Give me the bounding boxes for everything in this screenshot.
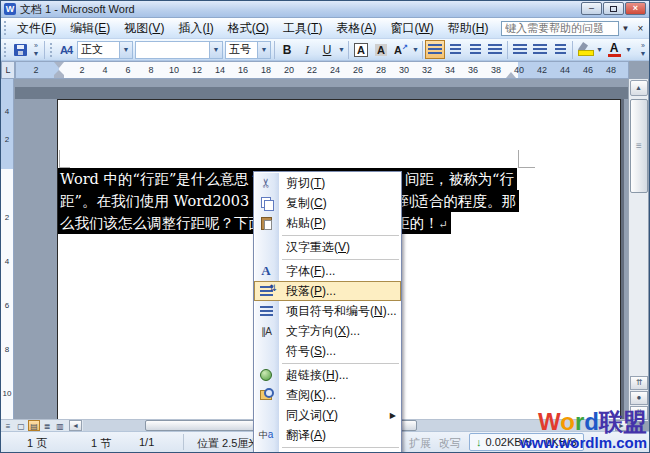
watermark: Word联盟 www.wordlm.com	[520, 410, 647, 450]
reading-layout-view-button[interactable]: ▥	[54, 420, 66, 431]
styles-and-formatting-button[interactable]: A4	[56, 40, 76, 59]
style-value: 正文	[78, 42, 119, 57]
horizontal-ruler[interactable]: 2468101214161820222426283032343638404244…	[15, 61, 629, 79]
context-menu-item-s[interactable]: 符号(S)...	[254, 341, 401, 361]
menu-i[interactable]: 插入(I)	[171, 18, 220, 39]
maximize-icon	[610, 6, 617, 12]
margin-cropmark-topleft	[59, 150, 70, 168]
context-menu-item-label: 项目符号和编号(N)...	[278, 303, 397, 320]
vruler-number: 4	[1, 257, 13, 266]
menubar-grip[interactable]	[3, 21, 8, 35]
character-border-button[interactable]: A	[351, 40, 371, 59]
paragraph-mark: ↵	[439, 218, 448, 231]
context-menu-item-v[interactable]: 汉字重选(V)	[254, 237, 401, 257]
first-line-indent-marker[interactable]	[54, 62, 64, 68]
hyperlink-icon	[260, 369, 272, 381]
browse-previous-icon[interactable]: ⇈	[630, 376, 648, 390]
menu-h[interactable]: 帮助(H)	[441, 18, 496, 39]
menu-a[interactable]: 表格(A)	[329, 18, 383, 39]
context-menu-item-label: 查阅(K)...	[278, 387, 336, 404]
center-button[interactable]	[445, 40, 465, 59]
context-menu-item-y[interactable]: 同义词(Y)▶	[254, 405, 401, 425]
watermark-url: www.wordlm.com	[520, 435, 647, 450]
chevron-down-icon[interactable]: ▼	[257, 42, 270, 58]
menu-f[interactable]: 文件(F)	[10, 18, 63, 39]
tab-selector[interactable]: L	[1, 61, 15, 79]
vertical-scrollbar-thumb[interactable]	[630, 99, 648, 193]
font-combo[interactable]: ▼	[135, 41, 223, 59]
chevron-down-icon[interactable]: ▼	[119, 42, 132, 58]
context-menu-item-t[interactable]: 剪切(T)	[254, 173, 401, 193]
context-menu: 剪切(T)复制(C)粘贴(P)汉字重选(V)A字体(F)...段落(P)...项…	[253, 171, 402, 453]
underline-button[interactable]: U	[317, 40, 337, 59]
context-menu-item-p[interactable]: 粘贴(P)	[254, 213, 401, 233]
italic-button[interactable]: I	[297, 40, 317, 59]
bullets-button[interactable]	[530, 40, 550, 59]
font-size-combo[interactable]: 五号 ▼	[225, 41, 271, 59]
context-menu-item-h[interactable]: 超链接(H)...	[254, 365, 401, 385]
chevron-down-icon[interactable]: ▼	[595, 46, 604, 53]
close-button[interactable]: ×	[625, 2, 646, 15]
hanging-indent-marker[interactable]	[54, 70, 64, 78]
scroll-up-icon[interactable]: ▲	[630, 80, 648, 96]
context-menu-item-label: 段落(P)...	[278, 283, 336, 300]
text-direction-icon: ∥A	[261, 326, 271, 337]
numbering-button[interactable]	[510, 40, 530, 59]
toolbar-grip[interactable]	[49, 43, 54, 57]
save-button[interactable]	[10, 40, 30, 59]
outline-view-button[interactable]: ≣	[41, 420, 53, 431]
context-menu-item-s[interactable]: 选择格式相似的文本(S)	[254, 449, 401, 453]
highlight-button[interactable]	[575, 40, 595, 59]
character-shading-button[interactable]: A	[371, 40, 391, 59]
menu-w[interactable]: 窗口(W)	[383, 18, 440, 39]
status-overwrite-mode[interactable]: 改写	[439, 436, 461, 451]
print-layout-view-button[interactable]: ▤	[28, 420, 40, 431]
maximize-button[interactable]	[603, 2, 624, 15]
character-scaling-button[interactable]: A	[391, 40, 411, 59]
help-dropdown-icon[interactable]: ▼	[619, 21, 632, 36]
minimize-button[interactable]: –	[581, 2, 602, 15]
context-menu-item-f[interactable]: A字体(F)...	[254, 261, 401, 281]
status-extend-mode[interactable]: 扩展	[409, 436, 431, 451]
center-icon	[450, 44, 461, 55]
chevron-down-icon[interactable]: ▼	[411, 46, 420, 53]
chevron-down-icon[interactable]: ▼	[337, 46, 346, 53]
vertical-ruler[interactable]: 42246810	[1, 79, 14, 421]
menu-v[interactable]: 视图(V)	[117, 18, 171, 39]
context-menu-item-p-highlighted[interactable]: 段落(P)...	[254, 281, 401, 301]
ruler-number: 20	[284, 65, 294, 75]
font-color-button[interactable]: A	[604, 40, 624, 59]
context-menu-item-x[interactable]: ∥A文字方向(X)...	[254, 321, 401, 341]
increase-indent-button[interactable]	[550, 40, 570, 59]
toolbar-separator	[572, 41, 573, 59]
menu-e[interactable]: 编辑(E)	[63, 18, 117, 39]
document-close-icon[interactable]: ×	[632, 23, 649, 34]
context-menu-item-k[interactable]: 查阅(K)...	[254, 385, 401, 405]
menu-o[interactable]: 格式(O)	[221, 18, 276, 39]
web-layout-view-button[interactable]: ▢	[15, 420, 27, 431]
bold-button[interactable]: B	[277, 40, 297, 59]
select-browse-object-icon[interactable]: ●	[630, 391, 648, 405]
justify-button[interactable]	[425, 40, 445, 59]
font-size-value: 五号	[226, 42, 257, 57]
toolbar-grip[interactable]	[3, 43, 8, 57]
chevron-down-icon[interactable]: ▼	[209, 42, 222, 58]
toolbar-options-icon[interactable]: »▼	[30, 40, 42, 59]
status-page-ratio: 1/1	[139, 436, 154, 448]
distribute-button[interactable]	[485, 40, 505, 59]
context-menu-item-n[interactable]: 项目符号和编号(N)...	[254, 301, 401, 321]
watermark-brand: Word联盟	[520, 410, 647, 434]
style-combo[interactable]: 正文 ▼	[77, 41, 133, 59]
chevron-down-icon[interactable]: ▼	[624, 46, 633, 53]
context-menu-item-a[interactable]: 中a翻译(A)	[254, 425, 401, 445]
vertical-scrollbar[interactable]: ▲ ⇈ ● ⇊	[628, 79, 648, 421]
align-right-button[interactable]	[465, 40, 485, 59]
context-menu-item-label: 同义词(Y)	[278, 407, 338, 424]
scroll-left-icon[interactable]: ◄	[69, 420, 82, 431]
right-indent-marker[interactable]	[506, 72, 516, 78]
normal-view-button[interactable]: ≡	[2, 420, 14, 431]
context-menu-item-c[interactable]: 复制(C)	[254, 193, 401, 213]
menu-t[interactable]: 工具(T)	[276, 18, 329, 39]
help-search-input[interactable]	[501, 21, 619, 36]
toolbar-overflow-icon[interactable]: »▼	[637, 40, 649, 59]
